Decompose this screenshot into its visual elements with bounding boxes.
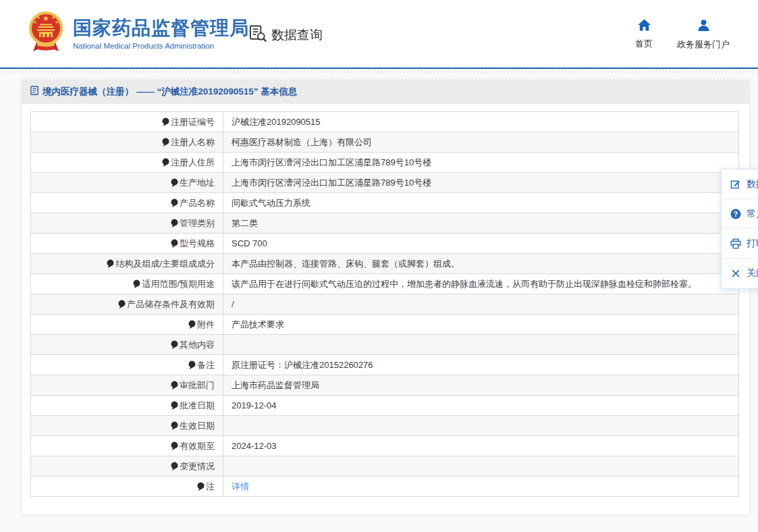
note-icon bbox=[188, 320, 196, 331]
table-row: 产品名称 间歇式气动压力系统 bbox=[31, 193, 739, 213]
row-label: 结构及组成/主要组成成分 bbox=[115, 259, 215, 269]
table-row: 注 详情 bbox=[31, 477, 739, 497]
document-search-icon bbox=[248, 24, 267, 46]
floating-tools-panel: 数据 ? 常见 打印 关闭 bbox=[721, 169, 758, 289]
svg-text:★: ★ bbox=[43, 14, 49, 22]
row-label: 产品储存条件及有效期 bbox=[127, 299, 215, 309]
side-panel-item[interactable]: 打印 bbox=[722, 229, 758, 259]
row-value: 柯惠医疗器材制造（上海）有限公司 bbox=[223, 132, 739, 153]
note-icon bbox=[197, 482, 205, 493]
org-title-block: 国家药品监督管理局 National Medical Products Admi… bbox=[73, 18, 249, 50]
detail-link[interactable]: 详情 bbox=[232, 481, 249, 491]
side-panel-item[interactable]: ? 常见 bbox=[722, 199, 758, 229]
document-icon bbox=[30, 86, 38, 98]
table-row: 生产地址 上海市闵行区漕河泾出口加工区浦星路789号10号楼 bbox=[31, 173, 739, 193]
svg-text:★: ★ bbox=[55, 20, 58, 24]
header-nav: 首页 政务服务门户 bbox=[635, 19, 730, 51]
note-icon bbox=[118, 300, 126, 311]
note-icon bbox=[162, 117, 169, 128]
table-row: 注册人名称 柯惠医疗器材制造（上海）有限公司 bbox=[31, 132, 739, 153]
row-value: 2019-12-04 bbox=[223, 396, 739, 416]
table-row: 管理类别 第二类 bbox=[31, 213, 739, 234]
note-icon bbox=[171, 401, 178, 412]
table-row: 审批部门 上海市药品监督管理局 bbox=[31, 375, 739, 396]
row-label: 型号规格 bbox=[180, 238, 215, 248]
svg-text:?: ? bbox=[733, 209, 737, 217]
info-table-body: 注册证编号 沪械注准20192090515 注册人名称 柯惠医疗器材制造（上海）… bbox=[31, 112, 739, 497]
header: ★ ★ ★ ★ ★ 国家药品监督管理局 National Medical Pro… bbox=[0, 0, 758, 68]
org-name-en: National Medical Products Administration bbox=[73, 42, 249, 50]
side-panel-item[interactable]: 关闭 bbox=[722, 259, 758, 288]
row-value: 该产品用于在进行间歇式气动压迫的过程中，增加患者的静脉血液流速，从而有助于防止出… bbox=[223, 274, 739, 294]
note-icon bbox=[171, 381, 178, 392]
row-value: 上海市药品监督管理局 bbox=[223, 375, 739, 396]
note-icon bbox=[162, 138, 169, 149]
row-value: 沪械注准20192090515 bbox=[223, 112, 739, 132]
note-icon bbox=[162, 158, 169, 169]
side-panel-item[interactable]: 数据 bbox=[722, 169, 758, 199]
note-icon bbox=[171, 219, 178, 230]
close-icon bbox=[730, 268, 741, 280]
row-label: 生效日期 bbox=[180, 421, 215, 431]
row-value bbox=[223, 456, 739, 477]
row-value: 间歇式气动压力系统 bbox=[223, 193, 739, 213]
row-label: 其他内容 bbox=[180, 340, 215, 350]
table-row: 有效期至 2024-12-03 bbox=[31, 436, 739, 456]
table-row: 结构及组成/主要组成成分 本产品由控制器、连接管路、床钩、腿套（或脚套）组成。 bbox=[31, 254, 739, 274]
table-row: 批准日期 2019-12-04 bbox=[31, 396, 739, 416]
note-icon bbox=[171, 178, 178, 189]
note-icon bbox=[171, 239, 178, 250]
table-row: 备注 原注册证号：沪械注准20152260276 bbox=[31, 355, 739, 375]
table-row: 产品储存条件及有效期 / bbox=[31, 294, 739, 315]
breadcrumb-title: 境内医疗器械（注册） —— “沪械注准20192090515” 基本信息 bbox=[43, 86, 297, 98]
info-table-wrap: 注册证编号 沪械注准20192090515 注册人名称 柯惠医疗器材制造（上海）… bbox=[30, 111, 739, 497]
nav-home[interactable]: 首页 bbox=[635, 19, 653, 51]
row-value: 详情 bbox=[223, 477, 739, 497]
nav-gov-portal[interactable]: 政务服务门户 bbox=[677, 19, 730, 51]
edit-icon bbox=[730, 178, 741, 190]
question-icon: ? bbox=[730, 208, 741, 219]
home-icon bbox=[638, 19, 651, 34]
note-icon bbox=[188, 361, 196, 371]
hatch-texture bbox=[0, 69, 758, 74]
national-emblem-icon: ★ ★ ★ ★ ★ bbox=[27, 10, 65, 57]
table-row: 适用范围/预期用途 该产品用于在进行间歇式气动压迫的过程中，增加患者的静脉血液流… bbox=[31, 274, 739, 294]
row-value: / bbox=[223, 294, 739, 315]
registration-info-table: 注册证编号 沪械注准20192090515 注册人名称 柯惠医疗器材制造（上海）… bbox=[30, 111, 739, 497]
svg-text:★: ★ bbox=[33, 20, 36, 24]
row-value: 上海市闵行区漕河泾出口加工区浦星路789号10号楼 bbox=[223, 153, 739, 173]
row-label: 注册人名称 bbox=[171, 137, 215, 147]
note-icon bbox=[107, 259, 114, 270]
row-value: 上海市闵行区漕河泾出口加工区浦星路789号10号楼 bbox=[223, 173, 739, 193]
row-label: 管理类别 bbox=[180, 218, 215, 228]
row-label: 注册人住所 bbox=[171, 157, 215, 167]
svg-text:★: ★ bbox=[51, 16, 55, 20]
row-value: SCD 700 bbox=[223, 234, 739, 254]
note-icon bbox=[133, 280, 140, 290]
row-label: 附件 bbox=[197, 319, 215, 329]
row-label: 适用范围/预期用途 bbox=[142, 279, 215, 289]
data-query-tab[interactable]: 数据查询 bbox=[248, 24, 323, 46]
row-label: 生产地址 bbox=[180, 178, 215, 188]
table-row: 注册人住所 上海市闵行区漕河泾出口加工区浦星路789号10号楼 bbox=[31, 153, 739, 173]
row-value: 第二类 bbox=[223, 213, 739, 234]
logo: ★ ★ ★ ★ ★ 国家药品监督管理局 National Medical Pro… bbox=[27, 10, 249, 57]
table-row: 生效日期 bbox=[31, 416, 739, 436]
note-icon bbox=[171, 421, 178, 432]
row-label: 备注 bbox=[197, 360, 215, 370]
row-value: 产品技术要求 bbox=[223, 315, 739, 335]
org-name-zh: 国家药品监督管理局 bbox=[73, 18, 249, 39]
note-icon bbox=[171, 198, 178, 209]
note-icon bbox=[171, 442, 178, 452]
row-label: 审批部门 bbox=[180, 380, 215, 390]
nav-gov-portal-label: 政务服务门户 bbox=[677, 38, 730, 51]
user-icon bbox=[697, 19, 710, 34]
row-value bbox=[223, 416, 739, 436]
row-label: 注 bbox=[206, 481, 215, 491]
row-label: 变更情况 bbox=[180, 461, 215, 471]
content-card: 境内医疗器械（注册） —— “沪械注准20192090515” 基本信息 注册证… bbox=[22, 80, 749, 514]
breadcrumb: 境内医疗器械（注册） —— “沪械注准20192090515” 基本信息 bbox=[22, 80, 749, 104]
table-row: 附件 产品技术要求 bbox=[31, 315, 739, 335]
note-icon bbox=[171, 340, 178, 351]
note-icon bbox=[171, 462, 178, 473]
